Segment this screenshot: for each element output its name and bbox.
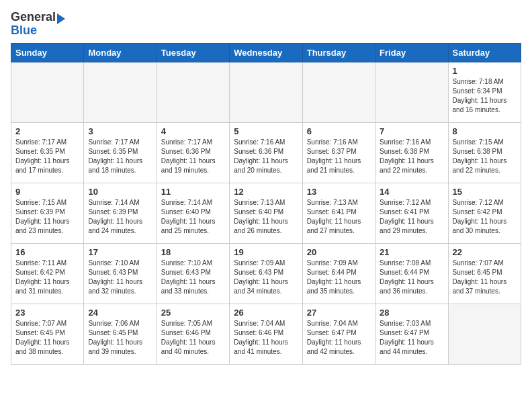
day-info: Sunrise: 7:14 AM Sunset: 6:40 PM Dayligh…: [161, 198, 225, 236]
calendar-cell: 10Sunrise: 7:14 AM Sunset: 6:39 PM Dayli…: [84, 183, 157, 243]
day-info: Sunrise: 7:17 AM Sunset: 6:36 PM Dayligh…: [161, 138, 225, 175]
calendar-cell: 24Sunrise: 7:06 AM Sunset: 6:45 PM Dayli…: [84, 304, 157, 364]
day-number: 26: [234, 308, 298, 318]
day-number: 17: [88, 247, 152, 257]
calendar-cell: 28Sunrise: 7:03 AM Sunset: 6:47 PM Dayli…: [375, 304, 448, 364]
calendar-table: SundayMondayTuesdayWednesdayThursdayFrid…: [11, 43, 521, 365]
calendar-cell: 21Sunrise: 7:08 AM Sunset: 6:44 PM Dayli…: [375, 243, 448, 304]
calendar-cell: [84, 62, 157, 122]
day-of-week-header: Monday: [84, 43, 157, 62]
day-number: 15: [453, 187, 517, 197]
calendar-cell: 7Sunrise: 7:16 AM Sunset: 6:38 PM Daylig…: [375, 122, 448, 183]
day-info: Sunrise: 7:13 AM Sunset: 6:40 PM Dayligh…: [234, 198, 298, 236]
day-number: 24: [88, 308, 152, 318]
calendar-cell: 17Sunrise: 7:10 AM Sunset: 6:43 PM Dayli…: [84, 243, 157, 304]
day-info: Sunrise: 7:07 AM Sunset: 6:45 PM Dayligh…: [453, 259, 517, 296]
calendar-week-row: 16Sunrise: 7:11 AM Sunset: 6:42 PM Dayli…: [11, 243, 521, 304]
day-of-week-header: Thursday: [302, 43, 375, 62]
calendar-cell: 27Sunrise: 7:04 AM Sunset: 6:47 PM Dayli…: [302, 304, 375, 364]
page-header: General Blue: [11, 11, 521, 38]
calendar-cell: 4Sunrise: 7:17 AM Sunset: 6:36 PM Daylig…: [157, 122, 229, 183]
day-number: 25: [161, 308, 225, 318]
calendar-cell: 14Sunrise: 7:12 AM Sunset: 6:41 PM Dayli…: [375, 183, 448, 243]
calendar-week-row: 23Sunrise: 7:07 AM Sunset: 6:45 PM Dayli…: [11, 304, 521, 364]
day-number: 13: [307, 187, 371, 197]
calendar-cell: 9Sunrise: 7:15 AM Sunset: 6:39 PM Daylig…: [11, 183, 84, 243]
calendar-cell: 8Sunrise: 7:15 AM Sunset: 6:38 PM Daylig…: [448, 122, 521, 183]
calendar-cell: 20Sunrise: 7:09 AM Sunset: 6:44 PM Dayli…: [302, 243, 375, 304]
calendar-cell: 1Sunrise: 7:18 AM Sunset: 6:34 PM Daylig…: [448, 62, 521, 122]
day-number: 14: [380, 187, 443, 197]
calendar-week-row: 1Sunrise: 7:18 AM Sunset: 6:34 PM Daylig…: [11, 62, 521, 122]
calendar-cell: 5Sunrise: 7:16 AM Sunset: 6:36 PM Daylig…: [230, 122, 302, 183]
day-info: Sunrise: 7:06 AM Sunset: 6:45 PM Dayligh…: [88, 319, 152, 357]
day-info: Sunrise: 7:12 AM Sunset: 6:42 PM Dayligh…: [453, 198, 517, 236]
day-number: 27: [307, 308, 371, 318]
logo-general: General: [11, 11, 56, 24]
day-number: 12: [234, 187, 298, 197]
day-info: Sunrise: 7:15 AM Sunset: 6:38 PM Dayligh…: [453, 138, 517, 175]
day-number: 20: [307, 247, 371, 257]
calendar-cell: [230, 62, 302, 122]
day-number: 16: [15, 247, 79, 257]
calendar-cell: 23Sunrise: 7:07 AM Sunset: 6:45 PM Dayli…: [11, 304, 84, 364]
day-info: Sunrise: 7:07 AM Sunset: 6:45 PM Dayligh…: [15, 319, 79, 357]
calendar-cell: 22Sunrise: 7:07 AM Sunset: 6:45 PM Dayli…: [448, 243, 521, 304]
day-number: 10: [88, 187, 152, 197]
day-number: 19: [234, 247, 298, 257]
day-number: 18: [161, 247, 225, 257]
calendar-cell: 11Sunrise: 7:14 AM Sunset: 6:40 PM Dayli…: [157, 183, 229, 243]
day-number: 1: [453, 66, 517, 76]
day-info: Sunrise: 7:10 AM Sunset: 6:43 PM Dayligh…: [161, 259, 225, 296]
calendar-cell: 2Sunrise: 7:17 AM Sunset: 6:35 PM Daylig…: [11, 122, 84, 183]
day-info: Sunrise: 7:16 AM Sunset: 6:38 PM Dayligh…: [380, 138, 443, 175]
day-number: 21: [380, 247, 443, 257]
logo: General Blue: [11, 11, 65, 38]
day-info: Sunrise: 7:03 AM Sunset: 6:47 PM Dayligh…: [380, 319, 443, 357]
day-number: 9: [15, 187, 79, 197]
day-of-week-header: Sunday: [11, 43, 84, 62]
calendar-cell: 18Sunrise: 7:10 AM Sunset: 6:43 PM Dayli…: [157, 243, 229, 304]
day-info: Sunrise: 7:04 AM Sunset: 6:47 PM Dayligh…: [307, 319, 371, 357]
calendar-cell: 19Sunrise: 7:09 AM Sunset: 6:43 PM Dayli…: [230, 243, 302, 304]
day-of-week-header: Friday: [375, 43, 448, 62]
day-of-week-header: Wednesday: [230, 43, 302, 62]
calendar-cell: 26Sunrise: 7:04 AM Sunset: 6:46 PM Dayli…: [230, 304, 302, 364]
calendar-cell: 25Sunrise: 7:05 AM Sunset: 6:46 PM Dayli…: [157, 304, 229, 364]
day-info: Sunrise: 7:17 AM Sunset: 6:35 PM Dayligh…: [88, 138, 152, 175]
day-info: Sunrise: 7:09 AM Sunset: 6:43 PM Dayligh…: [234, 259, 298, 296]
day-info: Sunrise: 7:15 AM Sunset: 6:39 PM Dayligh…: [15, 198, 79, 236]
day-of-week-header: Tuesday: [157, 43, 229, 62]
calendar-cell: [448, 304, 521, 364]
day-info: Sunrise: 7:16 AM Sunset: 6:37 PM Dayligh…: [307, 138, 371, 175]
day-number: 5: [234, 126, 298, 136]
day-number: 6: [307, 126, 371, 136]
day-info: Sunrise: 7:09 AM Sunset: 6:44 PM Dayligh…: [307, 259, 371, 296]
day-info: Sunrise: 7:18 AM Sunset: 6:34 PM Dayligh…: [453, 77, 517, 115]
day-info: Sunrise: 7:08 AM Sunset: 6:44 PM Dayligh…: [380, 259, 443, 296]
day-number: 2: [15, 126, 79, 136]
day-number: 23: [15, 308, 79, 318]
day-number: 11: [161, 187, 225, 197]
calendar-cell: [157, 62, 229, 122]
day-number: 7: [380, 126, 443, 136]
calendar-cell: 6Sunrise: 7:16 AM Sunset: 6:37 PM Daylig…: [302, 122, 375, 183]
logo-arrow-icon: [57, 13, 65, 24]
day-info: Sunrise: 7:11 AM Sunset: 6:42 PM Dayligh…: [15, 259, 79, 296]
day-number: 22: [453, 247, 517, 257]
calendar-cell: 12Sunrise: 7:13 AM Sunset: 6:40 PM Dayli…: [230, 183, 302, 243]
day-number: 28: [380, 308, 443, 318]
day-info: Sunrise: 7:12 AM Sunset: 6:41 PM Dayligh…: [380, 198, 443, 236]
day-info: Sunrise: 7:04 AM Sunset: 6:46 PM Dayligh…: [234, 319, 298, 357]
day-number: 3: [88, 126, 152, 136]
day-info: Sunrise: 7:10 AM Sunset: 6:43 PM Dayligh…: [88, 259, 152, 296]
calendar-cell: 13Sunrise: 7:13 AM Sunset: 6:41 PM Dayli…: [302, 183, 375, 243]
calendar-cell: 15Sunrise: 7:12 AM Sunset: 6:42 PM Dayli…: [448, 183, 521, 243]
calendar-cell: 16Sunrise: 7:11 AM Sunset: 6:42 PM Dayli…: [11, 243, 84, 304]
calendar-cell: [375, 62, 448, 122]
day-info: Sunrise: 7:17 AM Sunset: 6:35 PM Dayligh…: [15, 138, 79, 175]
day-info: Sunrise: 7:14 AM Sunset: 6:39 PM Dayligh…: [88, 198, 152, 236]
calendar-header-row: SundayMondayTuesdayWednesdayThursdayFrid…: [11, 43, 521, 62]
calendar-cell: 3Sunrise: 7:17 AM Sunset: 6:35 PM Daylig…: [84, 122, 157, 183]
calendar-cell: [11, 62, 84, 122]
